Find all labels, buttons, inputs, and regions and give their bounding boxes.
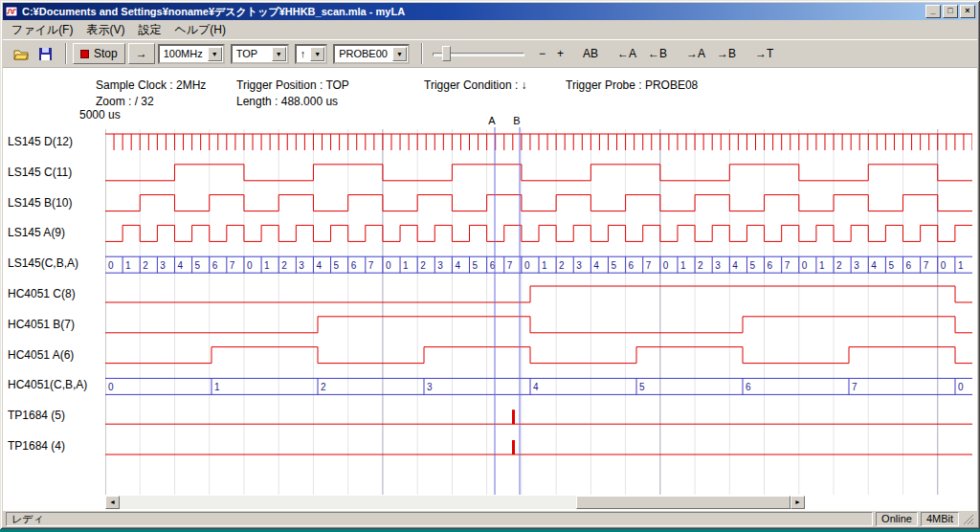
probe-select[interactable]: PROBE00 ▼ xyxy=(333,44,410,64)
svg-text:7: 7 xyxy=(646,260,652,271)
minimize-button[interactable]: _ xyxy=(925,5,941,18)
channel-label: LS145 B(10) xyxy=(8,196,72,211)
window-title: C:¥Documents and Settings¥noname¥デスクトップ¥… xyxy=(22,5,924,19)
svg-text:1: 1 xyxy=(819,260,825,271)
toolbar-separator xyxy=(421,43,423,64)
svg-text:0: 0 xyxy=(108,260,114,271)
scrollbar-track[interactable] xyxy=(120,496,791,509)
save-file-button[interactable] xyxy=(35,45,56,63)
status-online: Online xyxy=(876,512,918,526)
svg-text:5: 5 xyxy=(888,260,894,271)
zoom-info: Zoom : / 32 xyxy=(96,95,154,108)
toolbar-separator xyxy=(65,43,67,64)
app-icon xyxy=(5,5,18,18)
scroll-left-icon[interactable]: ◄ xyxy=(105,496,120,509)
open-file-button[interactable] xyxy=(11,45,32,63)
channel-label: LS145 A(9) xyxy=(8,226,65,241)
channel-label: LS145(C,B,A) xyxy=(8,256,78,272)
svg-text:5: 5 xyxy=(195,260,201,271)
channel-label: TP1684 (5) xyxy=(8,409,65,424)
svg-text:0: 0 xyxy=(941,260,947,271)
waveform-plot[interactable]: 0123456701234567012345670123456701234567… xyxy=(105,114,972,495)
svg-text:5: 5 xyxy=(611,260,616,271)
title-bar[interactable]: C:¥Documents and Settings¥noname¥デスクトップ¥… xyxy=(3,3,977,20)
stop-icon xyxy=(80,50,89,58)
svg-text:5: 5 xyxy=(473,260,479,271)
app-window: C:¥Documents and Settings¥noname¥デスクトップ¥… xyxy=(0,0,980,529)
scrollbar-thumb[interactable] xyxy=(576,496,791,509)
svg-text:4: 4 xyxy=(177,260,183,271)
sample-rate-select[interactable]: 100MHz ▼ xyxy=(158,44,225,64)
probe-value: PROBE00 xyxy=(335,48,391,59)
menu-help[interactable]: ヘルプ(H) xyxy=(167,20,233,40)
channel-label: HC4051 A(6) xyxy=(8,348,74,364)
svg-text:4: 4 xyxy=(732,260,738,271)
move-left-to-b-button[interactable]: ←B xyxy=(643,43,672,64)
svg-text:0: 0 xyxy=(386,260,391,271)
stop-label: Stop xyxy=(94,47,118,60)
svg-text:3: 3 xyxy=(160,260,166,271)
svg-text:7: 7 xyxy=(368,260,374,271)
svg-text:7: 7 xyxy=(924,260,929,271)
zoom-slider-thumb[interactable] xyxy=(442,46,451,61)
goto-trigger-button[interactable]: →T xyxy=(750,43,778,64)
maximize-button[interactable]: □ xyxy=(943,5,958,18)
move-right-to-a-button[interactable]: →A xyxy=(681,43,710,64)
svg-text:7: 7 xyxy=(785,260,791,271)
chevron-down-icon[interactable]: ▼ xyxy=(310,47,324,61)
goto-ab-button[interactable]: AB xyxy=(578,43,603,64)
menu-settings[interactable]: 設定 xyxy=(131,20,167,40)
svg-text:3: 3 xyxy=(427,382,433,392)
move-right-to-b-button[interactable]: →B xyxy=(712,43,741,64)
move-left-to-a-button[interactable]: ←A xyxy=(612,43,641,64)
stop-button[interactable]: Stop xyxy=(73,43,125,64)
svg-text:4: 4 xyxy=(455,260,460,271)
resize-grip[interactable] xyxy=(962,513,974,525)
svg-text:4: 4 xyxy=(533,382,539,392)
run-button[interactable]: → xyxy=(128,43,155,64)
menu-view[interactable]: 表示(V) xyxy=(79,20,131,40)
svg-text:6: 6 xyxy=(212,260,218,271)
trigger-edge-value: ↑ xyxy=(297,48,310,59)
svg-text:0: 0 xyxy=(108,382,114,392)
sample-rate-value: 100MHz xyxy=(160,48,207,59)
svg-text:1: 1 xyxy=(958,260,964,271)
chevron-down-icon[interactable]: ▼ xyxy=(272,47,286,61)
tool-bar: Stop → 100MHz ▼ TOP ▼ ↑ ▼ PROBE00 ▼ − + … xyxy=(3,39,977,68)
channel-label: HC4051(C,B,A) xyxy=(8,378,87,393)
zoom-in-button[interactable]: + xyxy=(552,43,568,64)
svg-text:6: 6 xyxy=(629,260,635,271)
svg-text:7: 7 xyxy=(230,260,235,271)
zoom-out-button[interactable]: − xyxy=(534,43,550,64)
close-button[interactable]: × xyxy=(960,5,975,18)
trigger-position-select[interactable]: TOP ▼ xyxy=(231,44,289,64)
status-bar: レディ Online 4MBit xyxy=(3,511,977,527)
svg-text:6: 6 xyxy=(746,382,751,392)
svg-text:2: 2 xyxy=(420,260,426,271)
svg-text:0: 0 xyxy=(663,260,669,271)
svg-text:2: 2 xyxy=(321,382,326,392)
svg-text:4: 4 xyxy=(593,260,599,271)
menu-file[interactable]: ファイル(F) xyxy=(5,20,79,40)
chevron-down-icon[interactable]: ▼ xyxy=(208,47,222,61)
svg-text:1: 1 xyxy=(403,260,409,271)
scroll-right-icon[interactable]: ► xyxy=(791,496,805,509)
open-folder-icon xyxy=(13,47,29,61)
svg-text:5: 5 xyxy=(334,260,340,271)
svg-text:6: 6 xyxy=(906,260,912,271)
svg-text:0: 0 xyxy=(247,260,253,271)
horizontal-scrollbar[interactable]: ◄ ► xyxy=(105,496,805,509)
svg-text:3: 3 xyxy=(437,260,443,271)
svg-text:3: 3 xyxy=(715,260,721,271)
channel-label: HC4051 C(8) xyxy=(8,287,76,302)
zoom-slider[interactable] xyxy=(433,43,524,64)
trigger-edge-select[interactable]: ↑ ▼ xyxy=(295,44,328,64)
svg-text:1: 1 xyxy=(264,260,270,271)
channel-label: LS145 C(11) xyxy=(8,166,72,181)
channel-label: TP1684 (4) xyxy=(8,439,65,454)
run-arrow-icon: → xyxy=(136,47,147,60)
svg-text:1: 1 xyxy=(680,260,686,271)
chevron-down-icon[interactable]: ▼ xyxy=(392,47,407,61)
svg-text:2: 2 xyxy=(143,260,148,271)
trigger-position-info: Trigger Position : TOP xyxy=(236,78,349,92)
